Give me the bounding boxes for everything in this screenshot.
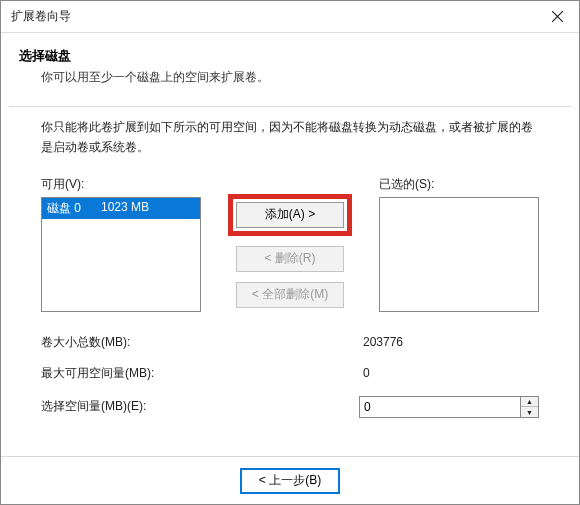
total-size-row: 卷大小总数(MB): 203776 xyxy=(41,334,539,351)
transfer-buttons: 添加(A) > < 删除(R) < 全部删除(M) xyxy=(201,176,379,308)
selected-listbox[interactable] xyxy=(379,197,539,312)
header-title: 选择磁盘 xyxy=(19,47,559,65)
available-listbox[interactable]: 磁盘 0 1023 MB xyxy=(41,197,201,312)
remove-button: < 删除(R) xyxy=(236,246,344,272)
header-subtitle: 你可以用至少一个磁盘上的空间来扩展卷。 xyxy=(19,69,559,86)
disk-size: 1023 MB xyxy=(101,200,149,217)
total-size-label: 卷大小总数(MB): xyxy=(41,334,130,351)
close-button[interactable] xyxy=(535,1,579,33)
disk-name: 磁盘 0 xyxy=(47,200,101,217)
spin-down-button[interactable]: ▼ xyxy=(521,407,538,417)
list-item[interactable]: 磁盘 0 1023 MB xyxy=(42,198,200,219)
description-text: 你只能将此卷扩展到如下所示的可用空间，因为不能将磁盘转换为动态磁盘，或者被扩展的… xyxy=(41,117,539,158)
max-avail-label: 最大可用空间量(MB): xyxy=(41,365,154,382)
select-size-label: 选择空间量(MB)(E): xyxy=(41,398,146,415)
wizard-dialog: 扩展卷向导 选择磁盘 你可以用至少一个磁盘上的空间来扩展卷。 你只能将此卷扩展到… xyxy=(0,0,580,505)
select-size-row: 选择空间量(MB)(E): ▲ ▼ xyxy=(41,396,539,418)
close-icon xyxy=(552,11,563,22)
spin-up-button[interactable]: ▲ xyxy=(521,397,538,408)
title-bar: 扩展卷向导 xyxy=(1,1,579,33)
window-title: 扩展卷向导 xyxy=(11,8,71,25)
wizard-body: 你只能将此卷扩展到如下所示的可用空间，因为不能将磁盘转换为动态磁盘，或者被扩展的… xyxy=(1,107,579,418)
select-size-spinner: ▲ ▼ xyxy=(359,396,539,418)
max-avail-row: 最大可用空间量(MB): 0 xyxy=(41,365,539,382)
disk-lists-row: 可用(V): 磁盘 0 1023 MB 添加(A) > < 删除(R) < 全部… xyxy=(41,176,539,312)
total-size-value: 203776 xyxy=(359,335,539,349)
back-button[interactable]: < 上一步(B) xyxy=(240,468,340,494)
available-label: 可用(V): xyxy=(41,176,201,193)
wizard-footer: < 上一步(B) xyxy=(1,456,579,504)
spinner-buttons: ▲ ▼ xyxy=(521,396,539,418)
selected-column: 已选的(S): xyxy=(379,176,539,312)
remove-all-button: < 全部删除(M) xyxy=(236,282,344,308)
add-button-highlight: 添加(A) > xyxy=(228,194,352,236)
available-column: 可用(V): 磁盘 0 1023 MB xyxy=(41,176,201,312)
select-size-input[interactable] xyxy=(359,396,521,418)
size-fields: 卷大小总数(MB): 203776 最大可用空间量(MB): 0 选择空间量(M… xyxy=(41,334,539,418)
add-button[interactable]: 添加(A) > xyxy=(236,202,344,228)
max-avail-value: 0 xyxy=(359,366,539,380)
wizard-header: 选择磁盘 你可以用至少一个磁盘上的空间来扩展卷。 xyxy=(1,33,579,98)
selected-label: 已选的(S): xyxy=(379,176,539,193)
